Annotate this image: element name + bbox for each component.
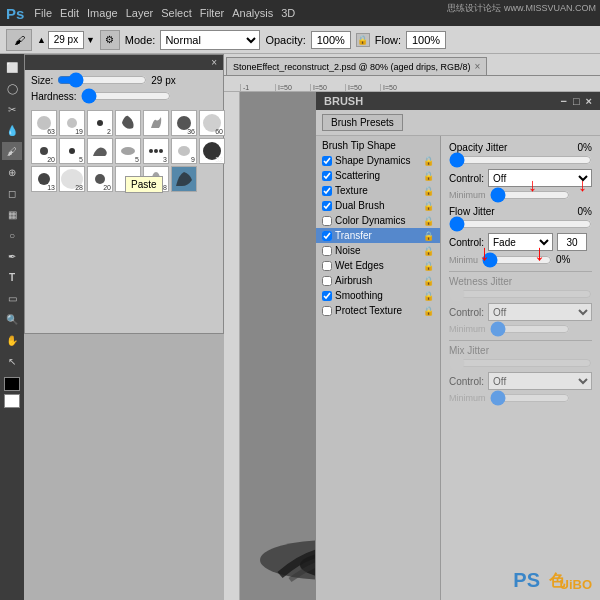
- menu-analysis[interactable]: Analysis: [232, 7, 273, 19]
- flow-control-number[interactable]: [557, 233, 587, 251]
- ruler-mark: I=50: [275, 84, 310, 91]
- svg-point-5: [40, 147, 48, 155]
- brush-cell[interactable]: 60: [199, 110, 225, 136]
- svg-point-2: [97, 120, 103, 126]
- brush-panel-close[interactable]: ×: [586, 95, 592, 107]
- brush-settings-icon[interactable]: ⚙: [100, 30, 120, 50]
- hardness-label: Hardness:: [31, 91, 77, 102]
- tool-lasso[interactable]: ◯: [2, 79, 22, 97]
- brush-cell[interactable]: 28: [59, 166, 85, 192]
- ruler-horizontal: -1 I=50 I=50 I=50 I=50: [224, 76, 600, 92]
- texture-item[interactable]: Texture 🔒: [316, 183, 440, 198]
- shape-dynamics-item[interactable]: Shape Dynamics 🔒: [316, 153, 440, 168]
- smoothing-item[interactable]: Smoothing 🔒: [316, 288, 440, 303]
- scattering-item[interactable]: Scattering 🔒: [316, 168, 440, 183]
- brush-cell[interactable]: 2: [87, 110, 113, 136]
- brush-cell[interactable]: 32: [199, 138, 225, 164]
- tool-crop[interactable]: ✂: [2, 100, 22, 118]
- noise-item[interactable]: Noise 🔒: [316, 243, 440, 258]
- brush-cell[interactable]: 13: [31, 166, 57, 192]
- color-dynamics-item[interactable]: Color Dynamics 🔒: [316, 213, 440, 228]
- opacity-control-select[interactable]: Off: [488, 169, 592, 187]
- transfer-item[interactable]: Transfer 🔒: [316, 228, 440, 243]
- brush-cell[interactable]: 9: [171, 138, 197, 164]
- background-color[interactable]: [4, 394, 20, 408]
- brush-size-input[interactable]: [48, 31, 84, 49]
- presets-panel-header: ×: [25, 55, 223, 70]
- hardness-slider[interactable]: [81, 90, 171, 102]
- opacity-lock-icon[interactable]: 🔒: [356, 33, 370, 47]
- wetness-jitter-slider[interactable]: [449, 289, 592, 299]
- tool-selection[interactable]: ⬜: [2, 58, 22, 76]
- foreground-color[interactable]: [4, 377, 20, 391]
- flow-input[interactable]: [406, 31, 446, 49]
- mix-min-slider[interactable]: [490, 393, 570, 403]
- brush-presets-panel: × Size: 29 px Hardness: 63 19: [24, 54, 224, 334]
- menu-filter[interactable]: Filter: [200, 7, 224, 19]
- doc-tab-active[interactable]: StoneEffect_reconstruct_2.psd @ 80% (age…: [226, 57, 487, 75]
- tool-shape[interactable]: ▭: [2, 289, 22, 307]
- dual-brush-item[interactable]: Dual Brush 🔒: [316, 198, 440, 213]
- opacity-jitter-slider[interactable]: [449, 155, 592, 165]
- menu-layer[interactable]: Layer: [126, 7, 154, 19]
- brush-stroke-preview: [250, 510, 315, 590]
- brush-tip-shape-item[interactable]: Brush Tip Shape: [316, 138, 440, 153]
- svg-point-1: [67, 118, 77, 128]
- ps-logo-icon: Ps: [6, 5, 24, 22]
- menu-file[interactable]: File: [34, 7, 52, 19]
- size-slider[interactable]: [57, 74, 147, 86]
- brush-cell[interactable]: 5: [115, 138, 141, 164]
- brush-cell[interactable]: 3: [143, 138, 169, 164]
- brush-cell[interactable]: [87, 138, 113, 164]
- tool-arrow[interactable]: ↖: [2, 352, 22, 370]
- airbrush-item[interactable]: Airbrush 🔒: [316, 273, 440, 288]
- wet-edges-item[interactable]: Wet Edges 🔒: [316, 258, 440, 273]
- brush-panel-minimize[interactable]: −: [560, 95, 566, 107]
- brush-num-up[interactable]: ▲: [37, 35, 46, 45]
- flow-min-value: 0%: [556, 254, 570, 265]
- menu-image[interactable]: Image: [87, 7, 118, 19]
- brush-panel-header: BRUSH − □ ×: [316, 92, 600, 110]
- brush-cell[interactable]: 20: [31, 138, 57, 164]
- brush-cell[interactable]: 19: [59, 110, 85, 136]
- protect-texture-item[interactable]: Protect Texture 🔒: [316, 303, 440, 318]
- tool-eyedropper[interactable]: 💧: [2, 121, 22, 139]
- tool-text[interactable]: T: [2, 268, 22, 286]
- brush-cell[interactable]: [115, 110, 141, 136]
- mix-jitter-slider[interactable]: [449, 358, 592, 368]
- brush-panel-expand[interactable]: □: [573, 95, 580, 107]
- presets-close[interactable]: ×: [211, 57, 217, 68]
- menu-bar: File Edit Image Layer Select Filter Anal…: [34, 7, 295, 19]
- brush-cell[interactable]: 36: [171, 110, 197, 136]
- menu-3d[interactable]: 3D: [281, 7, 295, 19]
- tool-pen[interactable]: ✒: [2, 247, 22, 265]
- menu-edit[interactable]: Edit: [60, 7, 79, 19]
- brush-cell-active[interactable]: [171, 166, 197, 192]
- wetness-min-slider[interactable]: [490, 324, 570, 334]
- opacity-input[interactable]: [311, 31, 351, 49]
- brush-preset-picker[interactable]: 🖌: [6, 29, 32, 51]
- brush-cell[interactable]: 5: [59, 138, 85, 164]
- tool-gradient[interactable]: ▦: [2, 205, 22, 223]
- tool-eraser[interactable]: ◻: [2, 184, 22, 202]
- tool-brush[interactable]: 🖌: [2, 142, 22, 160]
- red-arrow-1: ↓: [479, 240, 490, 266]
- wetness-control-select[interactable]: Off: [488, 303, 592, 321]
- brush-panel: BRUSH − □ × Brush Presets: [315, 92, 600, 600]
- menu-select[interactable]: Select: [161, 7, 192, 19]
- doc-tab-close[interactable]: ×: [475, 61, 481, 72]
- ruler-mark: -1: [240, 84, 275, 91]
- brush-presets-tab[interactable]: Brush Presets: [322, 114, 403, 131]
- tool-hand[interactable]: ✋: [2, 331, 22, 349]
- bottom-uibo-logo: UiBO: [560, 577, 593, 592]
- brush-cell[interactable]: 20: [87, 166, 113, 192]
- brush-num-down[interactable]: ▼: [86, 35, 95, 45]
- tool-zoom[interactable]: 🔍: [2, 310, 22, 328]
- brush-cell[interactable]: 63: [31, 110, 57, 136]
- mode-select[interactable]: Normal: [160, 30, 260, 50]
- flow-jitter-slider[interactable]: [449, 219, 592, 229]
- tool-clone[interactable]: ⊕: [2, 163, 22, 181]
- mix-control-select[interactable]: Off: [488, 372, 592, 390]
- tool-dodge[interactable]: ○: [2, 226, 22, 244]
- brush-cell[interactable]: [143, 110, 169, 136]
